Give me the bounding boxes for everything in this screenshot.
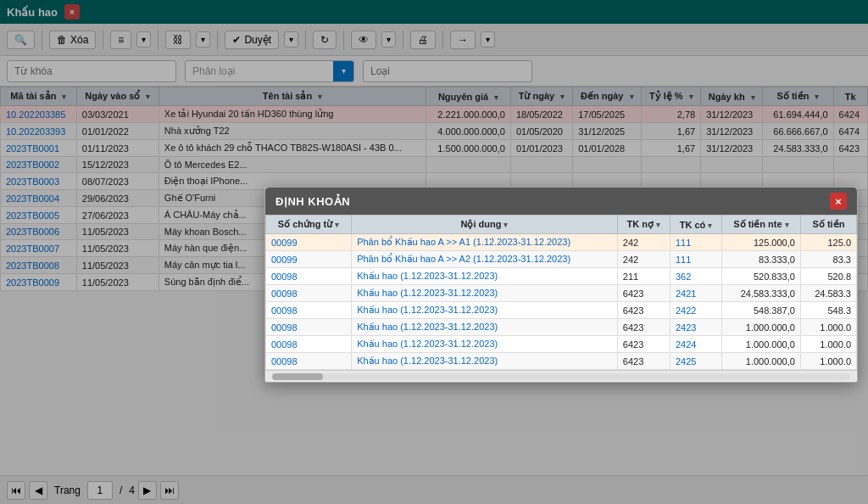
modal-cell: 1.000.000,0 — [722, 353, 801, 370]
modal-cell[interactable]: 00099 — [266, 251, 352, 268]
modal-table-row[interactable]: 00099Phân bổ Khấu hao A >> A1 (1.12.2023… — [266, 234, 857, 251]
modal-cell: 83.3 — [800, 251, 856, 268]
modal-col-stnte-filter[interactable]: ▾ — [785, 221, 789, 229]
modal-table-row[interactable]: 00098Khấu hao (1.12.2023-31.12.2023)6423… — [266, 302, 857, 319]
modal-cell[interactable]: 00098 — [266, 336, 352, 353]
modal-cell[interactable]: Khấu hao (1.12.2023-31.12.2023) — [352, 268, 618, 285]
modal-col-tkno-filter[interactable]: ▾ — [656, 221, 660, 229]
modal-cell[interactable]: 00098 — [266, 302, 352, 319]
modal-scrollbar — [265, 370, 857, 382]
modal-table-container: Số chứng từ ▾ Nội dung ▾ TK nợ ▾ TK có ▾… — [265, 215, 857, 370]
modal-table-row[interactable]: 00098Khấu hao (1.12.2023-31.12.2023)6423… — [266, 336, 857, 353]
modal-cell[interactable]: Khấu hao (1.12.2023-31.12.2023) — [352, 302, 618, 319]
modal-cell[interactable]: Phân bổ Khấu hao A >> A1 (1.12.2023-31.1… — [352, 234, 618, 251]
modal-cell[interactable]: 362 — [670, 268, 721, 285]
modal-col-sct: Số chứng từ ▾ — [266, 216, 352, 234]
dinh-khoan-modal: ĐỊNH KHOẢN × Số chứng từ ▾ Nội dung ▾ TK… — [264, 187, 858, 383]
modal-col-nd-filter[interactable]: ▾ — [504, 221, 508, 229]
modal-cell: 1.000.0 — [800, 353, 856, 370]
modal-col-tkco: TK có ▾ — [670, 216, 721, 234]
modal-cell[interactable]: Khấu hao (1.12.2023-31.12.2023) — [352, 285, 618, 302]
modal-cell: 211 — [617, 268, 670, 285]
modal-table-row[interactable]: 00099Phân bổ Khấu hao A >> A2 (1.12.2023… — [266, 251, 857, 268]
modal-cell[interactable]: Phân bổ Khấu hao A >> A2 (1.12.2023-31.1… — [352, 251, 618, 268]
modal-cell[interactable]: 00098 — [266, 268, 352, 285]
modal-cell[interactable]: Khấu hao (1.12.2023-31.12.2023) — [352, 353, 618, 370]
modal-cell: 548.387,0 — [722, 302, 801, 319]
modal-cell: 1.000.0 — [800, 336, 856, 353]
modal-scrollbar-track — [272, 373, 850, 380]
modal-table-row[interactable]: 00098Khấu hao (1.12.2023-31.12.2023)6423… — [266, 353, 857, 370]
modal-header: ĐỊNH KHOẢN × — [265, 188, 857, 215]
modal-col-st: Số tiền — [800, 216, 856, 234]
modal-cell: 24.583.333,0 — [722, 285, 801, 302]
modal-cell[interactable]: 00099 — [266, 234, 352, 251]
modal-col-sct-filter[interactable]: ▾ — [335, 221, 339, 229]
modal-table: Số chứng từ ▾ Nội dung ▾ TK nợ ▾ TK có ▾… — [265, 215, 857, 370]
modal-col-tkno: TK nợ ▾ — [617, 216, 670, 234]
modal-table-row[interactable]: 00098Khấu hao (1.12.2023-31.12.2023)6423… — [266, 319, 857, 336]
modal-cell: 1.000.000,0 — [722, 336, 801, 353]
modal-cell: 548.3 — [800, 302, 856, 319]
modal-cell: 6423 — [617, 353, 670, 370]
modal-cell[interactable]: 2423 — [670, 319, 721, 336]
modal-cell[interactable]: 2421 — [670, 285, 721, 302]
modal-overlay: ĐỊNH KHOẢN × Số chứng từ ▾ Nội dung ▾ TK… — [0, 0, 868, 504]
modal-title: ĐỊNH KHOẢN — [275, 195, 350, 208]
modal-cell[interactable]: Khấu hao (1.12.2023-31.12.2023) — [352, 336, 618, 353]
modal-table-row[interactable]: 00098Khấu hao (1.12.2023-31.12.2023)6423… — [266, 285, 857, 302]
modal-cell[interactable]: 2424 — [670, 336, 721, 353]
modal-cell: 125.0 — [800, 234, 856, 251]
modal-cell[interactable]: 00098 — [266, 285, 352, 302]
modal-cell: 520.8 — [800, 268, 856, 285]
modal-cell[interactable]: 111 — [670, 251, 721, 268]
modal-cell[interactable]: 00098 — [266, 353, 352, 370]
modal-cell: 1.000.000,0 — [722, 319, 801, 336]
modal-cell: 24.583.3 — [800, 285, 856, 302]
modal-col-nd: Nội dung ▾ — [352, 216, 618, 234]
modal-cell[interactable]: 111 — [670, 234, 721, 251]
modal-col-stnte: Số tiền nte ▾ — [722, 216, 801, 234]
modal-cell[interactable]: Khấu hao (1.12.2023-31.12.2023) — [352, 319, 618, 336]
modal-cell: 83.333,0 — [722, 251, 801, 268]
modal-header-row: Số chứng từ ▾ Nội dung ▾ TK nợ ▾ TK có ▾… — [266, 216, 857, 234]
modal-cell[interactable]: 00098 — [266, 319, 352, 336]
modal-cell: 6423 — [617, 285, 670, 302]
modal-table-row[interactable]: 00098Khấu hao (1.12.2023-31.12.2023)2113… — [266, 268, 857, 285]
modal-scrollbar-thumb[interactable] — [272, 373, 323, 380]
modal-cell[interactable]: 2422 — [670, 302, 721, 319]
modal-cell: 520.833,0 — [722, 268, 801, 285]
modal-cell: 125.000,0 — [722, 234, 801, 251]
modal-col-tkco-filter[interactable]: ▾ — [708, 221, 712, 230]
modal-cell: 6423 — [617, 319, 670, 336]
modal-cell[interactable]: 2425 — [670, 353, 721, 370]
modal-close-button[interactable]: × — [830, 193, 847, 210]
modal-cell: 6423 — [617, 302, 670, 319]
modal-cell: 242 — [617, 251, 670, 268]
modal-cell: 1.000.0 — [800, 319, 856, 336]
modal-cell: 6423 — [617, 336, 670, 353]
modal-cell: 242 — [617, 234, 670, 251]
